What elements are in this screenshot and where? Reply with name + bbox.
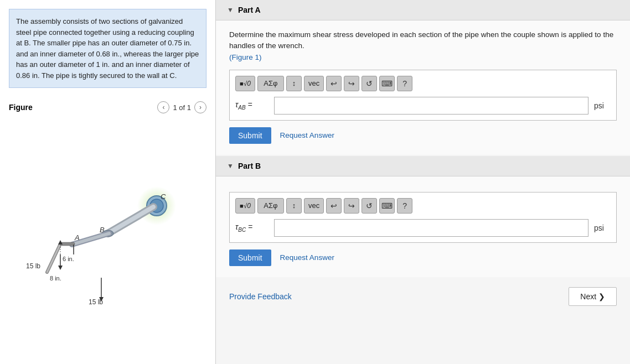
matrix-icon-btn[interactable]: ■√0	[235, 76, 255, 91]
part-b-body: ■√0 AΣφ ↕ vec ↩ ↪ ↺ ⌨ ?	[216, 176, 630, 277]
part-a-body: Determine the maximum shear stress devel…	[216, 20, 630, 155]
part-a-collapse-icon[interactable]: ▼	[227, 6, 234, 14]
sigma-btn-b[interactable]: AΣφ	[257, 198, 284, 214]
part-b-input-label: τBC =	[235, 222, 268, 233]
sort-btn[interactable]: ↕	[286, 76, 302, 91]
svg-text:A: A	[74, 233, 80, 242]
sort-btn-b[interactable]: ↕	[286, 198, 302, 214]
part-a-figure-link[interactable]: (Figure 1)	[229, 53, 262, 61]
right-panel: ▼ Part A Determine the maximum shear str…	[216, 0, 630, 364]
redo-btn-a[interactable]: ↪	[344, 76, 359, 91]
figure-header: Figure ‹ 1 of 1 ›	[9, 101, 206, 113]
svg-text:8 in.: 8 in.	[50, 275, 61, 282]
part-a-header: ▼ Part A	[216, 0, 630, 20]
next-button[interactable]: Next ❯	[569, 287, 617, 306]
part-b-label: Part B	[238, 162, 261, 170]
part-b-header: ▼ Part B	[216, 156, 630, 176]
redo-btn-b[interactable]: ↪	[344, 198, 359, 214]
part-a-input-container: ■√0 AΣφ ↕ vec ↩ ↪ ↺ ⌨ ?	[229, 70, 617, 121]
part-a-input-label: τAB =	[235, 100, 268, 111]
svg-text:6 in.: 6 in.	[63, 256, 74, 262]
part-b-unit: psi	[594, 223, 611, 232]
keyboard-btn-b[interactable]: ⌨	[379, 198, 395, 214]
svg-text:15 lb: 15 lb	[26, 262, 40, 270]
part-b-collapse-icon[interactable]: ▼	[227, 162, 234, 170]
figure-page-indicator: 1 of 1	[173, 103, 191, 112]
part-a-actions: Submit Request Answer	[229, 127, 617, 144]
figure-navigation: ‹ 1 of 1 ›	[157, 101, 206, 113]
part-a-request-answer-link[interactable]: Request Answer	[280, 131, 334, 139]
part-a-section: ▼ Part A Determine the maximum shear str…	[216, 0, 630, 155]
help-btn-a[interactable]: ?	[397, 76, 412, 91]
part-a-unit: psi	[594, 101, 611, 110]
figure-title: Figure	[9, 103, 33, 112]
figure-next-button[interactable]: ›	[194, 101, 206, 113]
refresh-btn-a[interactable]: ↺	[362, 76, 377, 91]
figure-section: Figure ‹ 1 of 1 ›	[0, 97, 215, 364]
part-a-answer-input[interactable]	[274, 97, 588, 115]
part-b-input-container: ■√0 AΣφ ↕ vec ↩ ↪ ↺ ⌨ ?	[229, 192, 617, 243]
part-b-actions: Submit Request Answer	[229, 249, 617, 266]
svg-marker-13	[58, 266, 63, 270]
sigma-btn[interactable]: AΣφ	[257, 76, 284, 91]
figure-prev-button[interactable]: ‹	[157, 101, 169, 113]
part-a-submit-button[interactable]: Submit	[229, 127, 271, 144]
problem-text: The assembly consists of two sections of…	[16, 17, 199, 80]
help-btn-b[interactable]: ?	[397, 198, 412, 214]
part-b-toolbar: ■√0 AΣφ ↕ vec ↩ ↪ ↺ ⌨ ?	[235, 198, 611, 214]
part-a-toolbar: ■√0 AΣφ ↕ vec ↩ ↪ ↺ ⌨ ?	[235, 76, 611, 91]
problem-text-box: The assembly consists of two sections of…	[9, 9, 206, 88]
figure-image-area: B C A	[9, 118, 206, 360]
matrix-icon-btn-b[interactable]: ■√0	[235, 198, 255, 214]
provide-feedback-link[interactable]: Provide Feedback	[229, 292, 292, 301]
part-b-input-row: τBC = psi	[235, 219, 611, 237]
pipe-figure-svg: B C A	[19, 167, 197, 311]
refresh-btn-b[interactable]: ↺	[362, 198, 377, 214]
part-b-submit-button[interactable]: Submit	[229, 249, 271, 266]
part-b-answer-input[interactable]	[274, 219, 588, 237]
bottom-bar: Provide Feedback Next ❯	[216, 278, 630, 315]
vec-btn-b[interactable]: vec	[304, 198, 324, 214]
svg-text:C: C	[161, 193, 166, 201]
svg-line-16	[47, 244, 60, 272]
part-a-input-row: τAB = psi	[235, 97, 611, 115]
undo-btn-b[interactable]: ↩	[326, 198, 342, 214]
left-panel: The assembly consists of two sections of…	[0, 0, 216, 364]
part-a-label: Part A	[238, 6, 261, 14]
vec-btn-a[interactable]: vec	[304, 76, 324, 91]
part-b-section: ▼ Part B ■√0 AΣφ ↕ vec	[216, 156, 630, 277]
part-b-request-answer-link[interactable]: Request Answer	[280, 253, 334, 262]
undo-btn-a[interactable]: ↩	[326, 76, 342, 91]
part-a-description: Determine the maximum shear stress devel…	[229, 29, 617, 63]
keyboard-btn-a[interactable]: ⌨	[379, 76, 395, 91]
